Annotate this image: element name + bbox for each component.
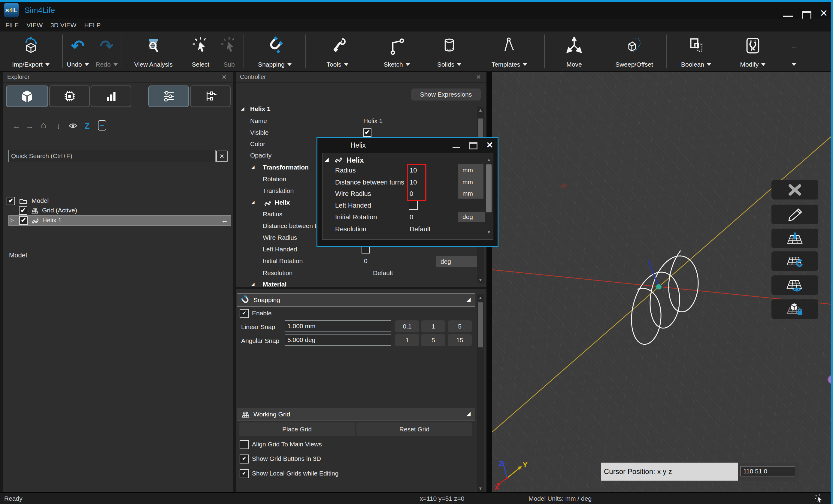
menu-3d-view[interactable]: 3D VIEW xyxy=(50,22,76,29)
dropdown-caret-icon[interactable] xyxy=(406,63,410,68)
toolbar-tools[interactable]: Tools xyxy=(307,31,368,71)
dropdown-caret-icon[interactable] xyxy=(85,63,89,68)
linear-preset-1[interactable]: 1 xyxy=(421,320,445,332)
panel-divider[interactable] xyxy=(233,72,236,492)
collapse-icon[interactable]: ◢ xyxy=(466,296,471,303)
snapping-section-header[interactable]: Snapping ◢ xyxy=(237,294,475,307)
nav-forward-icon[interactable]: → xyxy=(26,122,33,131)
nav-home-icon[interactable]: ⌂ xyxy=(41,120,46,130)
toolbar-select[interactable]: Select xyxy=(186,31,215,71)
left-handed-checkbox[interactable] xyxy=(409,201,418,210)
menu-file[interactable]: FILE xyxy=(5,22,19,29)
viewport-close-grid-button[interactable] xyxy=(771,180,818,200)
dialog-maximize-button[interactable] xyxy=(469,142,477,149)
window-maximize-button[interactable] xyxy=(802,11,811,20)
reset-grid-button[interactable]: Reset Grid xyxy=(356,422,472,436)
window-close-button[interactable]: ✕ xyxy=(820,7,828,19)
angular-preset-1[interactable]: 1 xyxy=(395,334,419,346)
collapse-icon[interactable]: ◢ xyxy=(241,106,244,111)
expander-icon[interactable]: ▷ xyxy=(10,217,14,223)
tab-simulation[interactable] xyxy=(49,85,90,107)
tree-row-model[interactable]: Model xyxy=(3,196,233,206)
deg-unit-chip[interactable]: deg xyxy=(458,212,488,222)
resolution-value[interactable]: Default xyxy=(410,225,431,233)
3d-viewport[interactable]: Z Y X Cursor Position: x y z xyxy=(492,72,831,492)
visible-checkbox[interactable] xyxy=(363,128,372,137)
scroll-down-icon[interactable]: ▼ xyxy=(485,230,493,234)
scroll-down-icon[interactable]: ▼ xyxy=(477,277,484,282)
place-grid-button[interactable]: Place Grid xyxy=(239,422,355,436)
initial-rotation-value[interactable]: 0 xyxy=(410,213,413,221)
resolution-value[interactable]: Default xyxy=(373,270,393,277)
controller-lower-scrollbar[interactable]: ▲ ▼ xyxy=(477,294,484,492)
scrollbar-thumb[interactable] xyxy=(478,302,483,347)
toolbar-redo[interactable]: ↷ Redo xyxy=(92,31,121,71)
toolbar-view-analysis[interactable]: View Analysis xyxy=(123,31,184,71)
cursor-position-input[interactable] xyxy=(740,466,795,476)
visibility-eye-icon[interactable] xyxy=(69,122,77,131)
toolbar-templates[interactable]: Templates xyxy=(475,31,544,71)
helix-dialog[interactable]: Helix ✕ ◢ Helix Radius10 Distance betwee… xyxy=(316,137,498,247)
linear-snap-input[interactable] xyxy=(285,320,391,332)
scroll-up-icon[interactable]: ▲ xyxy=(485,157,493,162)
toolbar-boolean[interactable]: Boolean xyxy=(667,31,725,71)
collapse-icon[interactable]: ◢ xyxy=(251,200,255,205)
tab-tree[interactable] xyxy=(190,85,231,107)
scrollbar-thumb[interactable] xyxy=(486,165,492,212)
dropdown-caret-icon[interactable] xyxy=(45,63,50,68)
angular-preset-15[interactable]: 15 xyxy=(448,334,472,346)
dropdown-caret-icon[interactable] xyxy=(287,63,291,68)
grid-checkbox[interactable] xyxy=(19,206,27,215)
collapse-icon[interactable]: ◢ xyxy=(251,165,255,170)
dropdown-caret-icon[interactable] xyxy=(761,63,765,68)
angular-snap-input[interactable] xyxy=(285,334,391,346)
toolbar-undo[interactable]: ↶ Undo xyxy=(63,31,92,71)
dropdown-caret-icon[interactable] xyxy=(707,63,711,68)
linear-preset-5[interactable]: 5 xyxy=(448,320,472,332)
angular-preset-5[interactable]: 5 xyxy=(421,334,445,346)
controller-close-icon[interactable]: ✕ xyxy=(476,74,481,81)
working-grid-section-header[interactable]: Working Grid ◢ xyxy=(237,408,475,421)
zoom-z-icon[interactable]: Z xyxy=(85,122,90,131)
toolbar-imp-export[interactable]: Imp/Export xyxy=(0,31,62,71)
initial-rotation-value[interactable]: 0 xyxy=(364,257,367,264)
collapse-all-icon[interactable]: − xyxy=(98,120,106,130)
tree-row-grid[interactable]: Grid (Active) xyxy=(3,206,233,216)
model-checkbox[interactable] xyxy=(7,197,15,205)
mm-unit-chip[interactable]: mm xyxy=(462,178,480,186)
dropdown-caret-icon[interactable] xyxy=(792,63,796,68)
toolbar-solids[interactable]: Solids xyxy=(423,31,475,71)
deg-unit-chip[interactable]: deg xyxy=(436,256,479,267)
toolbar-modify[interactable]: Modify xyxy=(725,31,781,71)
scroll-up-icon[interactable]: ▲ xyxy=(477,108,484,112)
name-value[interactable]: Helix 1 xyxy=(363,117,383,125)
dialog-scrollbar[interactable]: ▲ ▼ xyxy=(485,157,493,235)
helix-checkbox[interactable] xyxy=(19,216,28,225)
tab-model[interactable] xyxy=(6,85,48,107)
toolbar-snapping[interactable]: Snapping xyxy=(245,31,305,71)
snapping-enable-checkbox[interactable] xyxy=(240,309,248,318)
tab-analysis[interactable] xyxy=(91,85,131,107)
mm-unit-chip[interactable]: mm xyxy=(462,167,480,174)
collapse-icon[interactable]: ◢ xyxy=(251,281,255,287)
viewport-reset-grid-button[interactable] xyxy=(771,251,818,271)
quick-search-input[interactable] xyxy=(8,150,216,162)
show-expressions-button[interactable]: Show Expressions xyxy=(411,89,481,101)
nav-back-icon[interactable]: ← xyxy=(13,122,20,131)
toolbar-sweep-offset[interactable]: Sweep/Offset xyxy=(603,31,665,71)
toolbar-sketch[interactable]: Sketch xyxy=(370,31,423,71)
search-clear-button[interactable]: ✕ xyxy=(216,151,228,162)
dropdown-caret-icon[interactable] xyxy=(457,63,461,68)
show-grid-buttons-checkbox[interactable] xyxy=(240,454,248,463)
dialog-close-button[interactable]: ✕ xyxy=(486,140,493,150)
show-local-grids-checkbox[interactable] xyxy=(240,469,248,478)
viewport-edit-grid-button[interactable] xyxy=(771,205,818,224)
dropdown-caret-icon[interactable] xyxy=(344,63,348,68)
scroll-up-icon[interactable]: ▲ xyxy=(477,295,484,300)
window-minimize-button[interactable] xyxy=(783,16,793,17)
toolbar-sub-select[interactable]: Sub xyxy=(215,31,243,71)
mm-unit-chip[interactable]: mm xyxy=(462,190,480,197)
viewport-grid-visibility-button[interactable] xyxy=(771,275,818,295)
toolbar-more[interactable]: .. xyxy=(781,31,807,71)
align-grid-checkbox[interactable] xyxy=(240,440,248,449)
